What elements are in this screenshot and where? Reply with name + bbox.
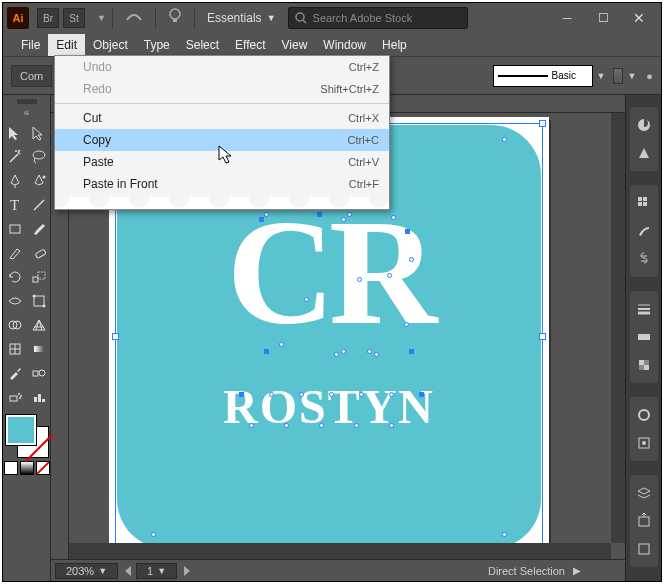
anchor-point[interactable] <box>409 349 414 354</box>
shaper-tool[interactable] <box>4 242 26 264</box>
magic-wand-tool[interactable] <box>4 146 26 168</box>
scrollbar-vertical[interactable] <box>611 113 625 543</box>
minimize-button[interactable]: ─ <box>549 7 585 29</box>
color-mode-solid[interactable] <box>4 461 18 475</box>
menu-type[interactable]: Type <box>136 34 178 56</box>
stroke-panel-icon[interactable] <box>632 297 656 321</box>
column-graph-tool[interactable] <box>28 386 50 408</box>
menu-item-paste-in-front[interactable]: Paste in FrontCtrl+F <box>55 173 389 195</box>
next-artboard-icon[interactable] <box>184 566 190 576</box>
stock-icon[interactable]: St <box>63 8 85 28</box>
anchor-point[interactable] <box>341 349 346 354</box>
selection-handle[interactable] <box>539 333 546 340</box>
artboards-panel-icon[interactable] <box>632 537 656 561</box>
anchor-point[interactable] <box>304 297 309 302</box>
anchor-point[interactable] <box>357 277 362 282</box>
gradient-panel-icon[interactable] <box>632 325 656 349</box>
mesh-tool[interactable] <box>4 338 26 360</box>
brushes-panel-icon[interactable] <box>632 219 656 243</box>
toolbox-collapse-icon[interactable]: « <box>24 107 30 118</box>
fill-stroke-swatches[interactable] <box>6 415 48 457</box>
menu-object[interactable]: Object <box>85 34 136 56</box>
chevron-down-icon[interactable]: ▼ <box>627 71 636 81</box>
perspective-grid-tool[interactable] <box>28 314 50 336</box>
anchor-point[interactable] <box>334 352 339 357</box>
color-panel-icon[interactable] <box>632 113 656 137</box>
anchor-point[interactable] <box>367 349 372 354</box>
anchor-point[interactable] <box>409 257 414 262</box>
anchor-point[interactable] <box>405 229 410 234</box>
color-mode-none[interactable] <box>36 461 50 475</box>
anchor-point[interactable] <box>359 392 364 397</box>
line-tool[interactable] <box>28 194 50 216</box>
anchor-point[interactable] <box>354 423 359 428</box>
scale-tool[interactable] <box>28 266 50 288</box>
swatches-panel-icon[interactable] <box>632 191 656 215</box>
zoom-level[interactable]: 203%▼ <box>55 563 118 579</box>
menu-select[interactable]: Select <box>178 34 227 56</box>
selection-tool[interactable] <box>4 122 26 144</box>
anchor-point[interactable] <box>329 392 334 397</box>
direct-selection-tool[interactable] <box>28 122 50 144</box>
width-tool[interactable] <box>4 290 26 312</box>
anchor-point[interactable] <box>269 392 274 397</box>
anchor-point[interactable] <box>279 342 284 347</box>
anchor-point[interactable] <box>419 392 424 397</box>
search-stock-input[interactable]: Search Adobe Stock <box>288 7 468 29</box>
tips-bulb-icon[interactable] <box>168 7 182 29</box>
symbol-sprayer-tool[interactable] <box>4 386 26 408</box>
menu-edit[interactable]: Edit <box>48 34 85 56</box>
menu-effect[interactable]: Effect <box>227 34 273 56</box>
graphic-styles-panel-icon[interactable] <box>632 431 656 455</box>
eraser-tool[interactable] <box>28 242 50 264</box>
workspace-switcher[interactable]: Essentials ▼ <box>207 11 276 25</box>
status-menu-icon[interactable]: ▶ <box>573 565 581 576</box>
stroke-profile-dropdown[interactable]: Basic <box>493 65 593 87</box>
menu-item-cut[interactable]: CutCtrl+X <box>55 107 389 129</box>
transparency-panel-icon[interactable] <box>632 353 656 377</box>
anchor-point[interactable] <box>259 217 264 222</box>
menu-window[interactable]: Window <box>315 34 374 56</box>
anchor-point[interactable] <box>284 423 289 428</box>
anchor-point[interactable] <box>264 212 269 217</box>
arrange-docs-icon[interactable] <box>125 8 143 28</box>
selection-handle[interactable] <box>112 333 119 340</box>
bridge-icon[interactable]: Br <box>37 8 59 28</box>
anchor-point[interactable] <box>502 137 507 142</box>
rectangle-tool[interactable] <box>4 218 26 240</box>
brush-defs-icon[interactable] <box>613 68 623 84</box>
menu-item-redo[interactable]: RedoShift+Ctrl+Z <box>55 78 389 100</box>
anchor-point[interactable] <box>389 392 394 397</box>
anchor-point[interactable] <box>502 532 507 537</box>
color-guide-panel-icon[interactable] <box>632 141 656 165</box>
shape-builder-tool[interactable] <box>4 314 26 336</box>
close-button[interactable]: ✕ <box>621 7 657 29</box>
anchor-point[interactable] <box>389 423 394 428</box>
free-transform-tool[interactable] <box>28 290 50 312</box>
menu-view[interactable]: View <box>274 34 316 56</box>
rotate-tool[interactable] <box>4 266 26 288</box>
anchor-point[interactable] <box>239 392 244 397</box>
anchor-point[interactable] <box>299 392 304 397</box>
toolbox-grip-icon[interactable] <box>17 99 37 104</box>
anchor-point[interactable] <box>347 212 352 217</box>
type-tool[interactable]: T <box>4 194 26 216</box>
asset-export-panel-icon[interactable] <box>632 509 656 533</box>
lasso-tool[interactable] <box>28 146 50 168</box>
maximize-button[interactable]: ☐ <box>585 7 621 29</box>
anchor-point[interactable] <box>341 217 346 222</box>
appearance-panel-icon[interactable] <box>632 403 656 427</box>
gradient-tool[interactable] <box>28 338 50 360</box>
eyedropper-tool[interactable] <box>4 362 26 384</box>
blend-tool[interactable] <box>28 362 50 384</box>
curvature-tool[interactable] <box>28 170 50 192</box>
anchor-point[interactable] <box>374 352 379 357</box>
symbols-panel-icon[interactable] <box>632 247 656 271</box>
menu-help[interactable]: Help <box>374 34 415 56</box>
color-mode-gradient[interactable] <box>20 461 34 475</box>
layers-panel-icon[interactable] <box>632 481 656 505</box>
opacity-icon[interactable]: ● <box>646 70 653 82</box>
chevron-down-icon[interactable]: ▼ <box>597 71 606 81</box>
menu-item-undo[interactable]: UndoCtrl+Z <box>55 56 389 78</box>
anchor-point[interactable] <box>317 212 322 217</box>
